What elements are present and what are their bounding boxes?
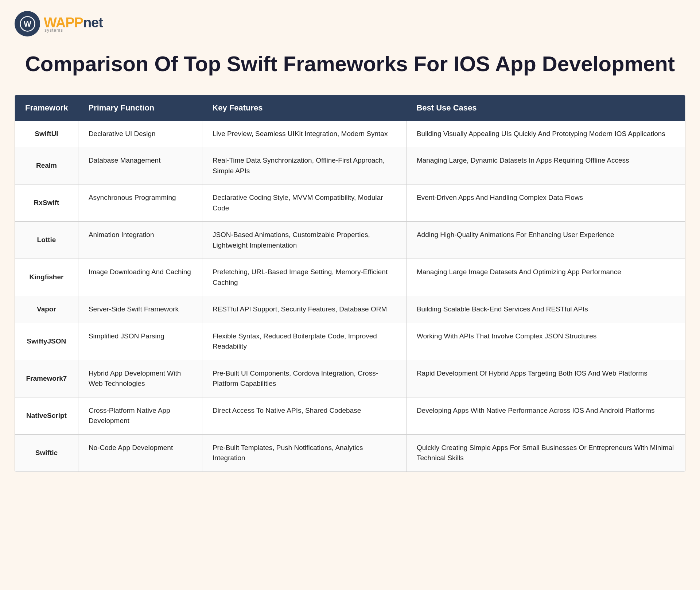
- cell-key_features-0: Live Preview, Seamless UIKit Integration…: [202, 121, 406, 147]
- cell-key_features-8: Direct Access To Native APIs, Shared Cod…: [202, 397, 406, 434]
- cell-key_features-5: RESTful API Support, Security Features, …: [202, 296, 406, 323]
- table-row: KingfisherImage Downloading And CachingP…: [15, 259, 685, 296]
- table-row: SwiftUIDeclarative UI DesignLive Preview…: [15, 121, 685, 147]
- cell-key_features-7: Pre-Built UI Components, Cordova Integra…: [202, 360, 406, 397]
- page-title: Comparison Of Top Swift Frameworks For I…: [15, 51, 685, 77]
- logo-text-block: WAPPnet systems: [44, 15, 103, 33]
- cell-primary_function-3: Animation Integration: [78, 222, 202, 259]
- table-header: Framework Primary Function Key Features …: [15, 95, 685, 121]
- cell-framework-0: SwiftUI: [15, 121, 78, 147]
- table-row: LottieAnimation IntegrationJSON-Based An…: [15, 222, 685, 259]
- cell-best_use_cases-7: Rapid Development Of Hybrid Apps Targeti…: [406, 360, 685, 397]
- table-row: SwiftyJSONSimplified JSON ParsingFlexibl…: [15, 323, 685, 360]
- cell-primary_function-7: Hybrid App Development With Web Technolo…: [78, 360, 202, 397]
- table-row: RxSwiftAsynchronous ProgrammingDeclarati…: [15, 185, 685, 222]
- cell-best_use_cases-3: Adding High-Quality Animations For Enhan…: [406, 222, 685, 259]
- cell-key_features-1: Real-Time Data Synchronization, Offline-…: [202, 147, 406, 185]
- col-header-features: Key Features: [202, 95, 406, 121]
- svg-text:W: W: [24, 19, 31, 28]
- logo-subtitle: systems: [44, 28, 103, 33]
- cell-framework-8: NativeScript: [15, 397, 78, 434]
- cell-key_features-6: Flexible Syntax, Reduced Boilerplate Cod…: [202, 323, 406, 360]
- table-row: SwifticNo-Code App DevelopmentPre-Built …: [15, 434, 685, 471]
- cell-framework-9: Swiftic: [15, 434, 78, 471]
- table-row: RealmDatabase ManagementReal-Time Data S…: [15, 147, 685, 185]
- cell-best_use_cases-1: Managing Large, Dynamic Datasets In Apps…: [406, 147, 685, 185]
- table-row: VaporServer-Side Swift FrameworkRESTful …: [15, 296, 685, 323]
- cell-framework-4: Kingfisher: [15, 259, 78, 296]
- cell-best_use_cases-8: Developing Apps With Native Performance …: [406, 397, 685, 434]
- col-header-framework: Framework: [15, 95, 78, 121]
- cell-best_use_cases-2: Event-Driven Apps And Handling Complex D…: [406, 185, 685, 222]
- logo-icon: W: [15, 11, 40, 36]
- cell-framework-6: SwiftyJSON: [15, 323, 78, 360]
- table-row: NativeScriptCross-Platform Native App De…: [15, 397, 685, 434]
- cell-primary_function-9: No-Code App Development: [78, 434, 202, 471]
- cell-best_use_cases-0: Building Visually Appealing UIs Quickly …: [406, 121, 685, 147]
- cell-best_use_cases-6: Working With APIs That Involve Complex J…: [406, 323, 685, 360]
- cell-primary_function-5: Server-Side Swift Framework: [78, 296, 202, 323]
- cell-primary_function-0: Declarative UI Design: [78, 121, 202, 147]
- logo: W WAPPnet systems: [15, 11, 685, 36]
- cell-framework-2: RxSwift: [15, 185, 78, 222]
- col-header-usecases: Best Use Cases: [406, 95, 685, 121]
- cell-primary_function-8: Cross-Platform Native App Development: [78, 397, 202, 434]
- cell-key_features-3: JSON-Based Animations, Customizable Prop…: [202, 222, 406, 259]
- cell-key_features-4: Prefetching, URL-Based Image Setting, Me…: [202, 259, 406, 296]
- table-row: Framework7Hybrid App Development With We…: [15, 360, 685, 397]
- cell-key_features-9: Pre-Built Templates, Push Notifications,…: [202, 434, 406, 471]
- cell-best_use_cases-4: Managing Large Image Datasets And Optimi…: [406, 259, 685, 296]
- cell-primary_function-1: Database Management: [78, 147, 202, 185]
- cell-framework-5: Vapor: [15, 296, 78, 323]
- col-header-primary: Primary Function: [78, 95, 202, 121]
- cell-primary_function-6: Simplified JSON Parsing: [78, 323, 202, 360]
- cell-framework-7: Framework7: [15, 360, 78, 397]
- cell-framework-3: Lottie: [15, 222, 78, 259]
- table-body: SwiftUIDeclarative UI DesignLive Preview…: [15, 121, 685, 471]
- cell-primary_function-2: Asynchronous Programming: [78, 185, 202, 222]
- cell-best_use_cases-9: Quickly Creating Simple Apps For Small B…: [406, 434, 685, 471]
- cell-primary_function-4: Image Downloading And Caching: [78, 259, 202, 296]
- cell-key_features-2: Declarative Coding Style, MVVM Compatibi…: [202, 185, 406, 222]
- comparison-table: Framework Primary Function Key Features …: [15, 95, 685, 472]
- cell-best_use_cases-5: Building Scalable Back-End Services And …: [406, 296, 685, 323]
- cell-framework-1: Realm: [15, 147, 78, 185]
